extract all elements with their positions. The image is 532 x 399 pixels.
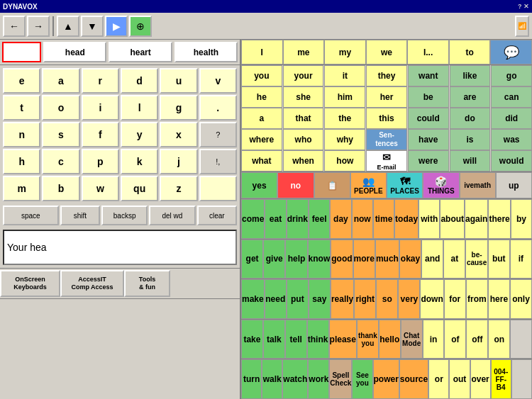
key-s[interactable]: s xyxy=(42,122,79,147)
act-on[interactable]: on xyxy=(488,320,510,359)
act-say[interactable]: say xyxy=(309,279,331,319)
act-see-you[interactable]: Seeyou xyxy=(352,359,372,399)
aac-was[interactable]: was xyxy=(491,129,532,150)
aac-go[interactable]: go xyxy=(491,65,532,86)
key-y[interactable]: y xyxy=(121,122,158,147)
act-walk[interactable]: walk xyxy=(262,359,282,399)
onscreen-keyboards-button[interactable]: OnScreen Keyboards xyxy=(0,270,60,297)
aac-will[interactable]: will xyxy=(450,150,491,172)
act-by[interactable]: by xyxy=(511,199,532,239)
key-f[interactable]: f xyxy=(82,122,119,147)
aac-when[interactable]: when xyxy=(283,150,324,172)
act-but[interactable]: but xyxy=(488,240,510,279)
aac-do[interactable]: do xyxy=(450,108,491,129)
act-make[interactable]: make xyxy=(241,279,265,319)
act-if[interactable]: if xyxy=(510,240,532,279)
cat-places[interactable]: 🗺PLACES xyxy=(387,172,423,198)
cat-people[interactable]: 👥PEOPLE xyxy=(350,172,387,198)
key-qu[interactable]: qu xyxy=(121,176,158,201)
aac-sentences[interactable]: Sen-tences xyxy=(366,129,407,150)
aac-have[interactable]: have xyxy=(408,129,449,150)
aac-cell-my[interactable]: my xyxy=(324,40,366,64)
act-need[interactable]: need xyxy=(265,279,287,319)
act-spell-check[interactable]: SpellCheck xyxy=(329,359,352,399)
aac-that[interactable]: that xyxy=(283,108,324,129)
aac-you[interactable]: you xyxy=(241,65,282,86)
act-there[interactable]: there xyxy=(488,199,510,239)
backspace-key[interactable]: backsp xyxy=(101,206,148,225)
act-out[interactable]: out xyxy=(449,359,470,399)
tools-fun-button[interactable]: Tools & fun xyxy=(124,270,170,297)
cat-things[interactable]: 🎲THINGS xyxy=(423,172,459,198)
act-at[interactable]: at xyxy=(443,240,465,279)
act-over[interactable]: over xyxy=(470,359,491,399)
word-suggestion-heart[interactable]: heart xyxy=(109,42,172,62)
word-input-box[interactable] xyxy=(2,42,41,62)
aac-would[interactable]: would xyxy=(491,150,532,172)
cat-yes[interactable]: yes xyxy=(241,172,277,198)
aac-a[interactable]: a xyxy=(241,108,282,129)
cat-clipboard[interactable]: 📋 xyxy=(314,172,350,198)
word-suggestion-head[interactable]: head xyxy=(43,42,106,62)
key-d[interactable]: d xyxy=(121,68,158,94)
act-chat-mode[interactable]: ChatMode xyxy=(401,320,423,359)
act-work[interactable]: work xyxy=(308,359,329,399)
act-drink[interactable]: drink xyxy=(287,199,309,239)
aac-cell-I[interactable]: I xyxy=(241,40,283,64)
key-n[interactable]: n xyxy=(3,122,40,147)
key-z[interactable]: z xyxy=(160,176,197,201)
aac-could[interactable]: could xyxy=(408,108,449,129)
act-about[interactable]: about xyxy=(440,199,465,239)
act-day[interactable]: day xyxy=(330,199,351,239)
aac-your[interactable]: your xyxy=(283,65,324,86)
key-a[interactable]: a xyxy=(42,68,79,94)
cat-no[interactable]: no xyxy=(277,172,314,198)
key-period[interactable]: . xyxy=(199,95,237,120)
aac-she[interactable]: she xyxy=(283,86,324,108)
act-down[interactable]: down xyxy=(420,279,443,319)
key-e[interactable]: e xyxy=(3,68,40,94)
del-word-key[interactable]: del wd xyxy=(149,206,195,225)
aac-cell-we[interactable]: we xyxy=(366,40,408,64)
act-get[interactable]: get xyxy=(241,240,263,279)
up-button[interactable]: ▲ xyxy=(57,16,79,37)
act-okay[interactable]: okay xyxy=(399,240,421,279)
act-give[interactable]: give xyxy=(263,240,285,279)
key-j[interactable]: j xyxy=(160,149,197,174)
key-m[interactable]: m xyxy=(3,176,40,201)
act-or[interactable]: or xyxy=(428,359,449,399)
aac-him[interactable]: him xyxy=(324,86,365,108)
wifi-btn[interactable]: 📶 xyxy=(515,16,529,37)
act-really[interactable]: really xyxy=(331,279,354,319)
act-please[interactable]: please xyxy=(329,320,357,359)
act-know[interactable]: know xyxy=(308,240,331,279)
act-color-code[interactable]: 004-FF-B4 xyxy=(491,359,511,399)
aac-why[interactable]: why xyxy=(324,129,365,150)
down-button[interactable]: ▼ xyxy=(81,16,104,37)
act-and[interactable]: and xyxy=(421,240,443,279)
act-today[interactable]: today xyxy=(394,199,419,239)
aac-can[interactable]: can xyxy=(491,86,532,108)
back-button[interactable]: ← xyxy=(3,16,26,37)
aac-is[interactable]: is xyxy=(450,129,491,150)
act-put[interactable]: put xyxy=(287,279,309,319)
aac-her[interactable]: her xyxy=(366,86,407,108)
act-hello[interactable]: hello xyxy=(379,320,401,359)
aac-how[interactable]: how xyxy=(324,150,365,172)
key-c[interactable]: c xyxy=(42,149,79,174)
act-time[interactable]: time xyxy=(373,199,394,239)
act-good[interactable]: good xyxy=(331,240,353,279)
aac-like[interactable]: like xyxy=(450,65,491,86)
key-i[interactable]: i xyxy=(82,95,119,120)
act-from[interactable]: from xyxy=(466,279,488,319)
space-key[interactable]: space xyxy=(3,206,59,225)
act-come[interactable]: come xyxy=(241,199,265,239)
act-eat[interactable]: eat xyxy=(265,199,286,239)
word-suggestion-health[interactable]: health xyxy=(174,42,238,62)
act-tell[interactable]: tell xyxy=(285,320,307,359)
aac-want[interactable]: want xyxy=(408,65,449,86)
act-for[interactable]: for xyxy=(444,279,466,319)
act-help[interactable]: help xyxy=(285,240,307,279)
act-talk[interactable]: talk xyxy=(263,320,285,359)
act-off[interactable]: off xyxy=(466,320,488,359)
